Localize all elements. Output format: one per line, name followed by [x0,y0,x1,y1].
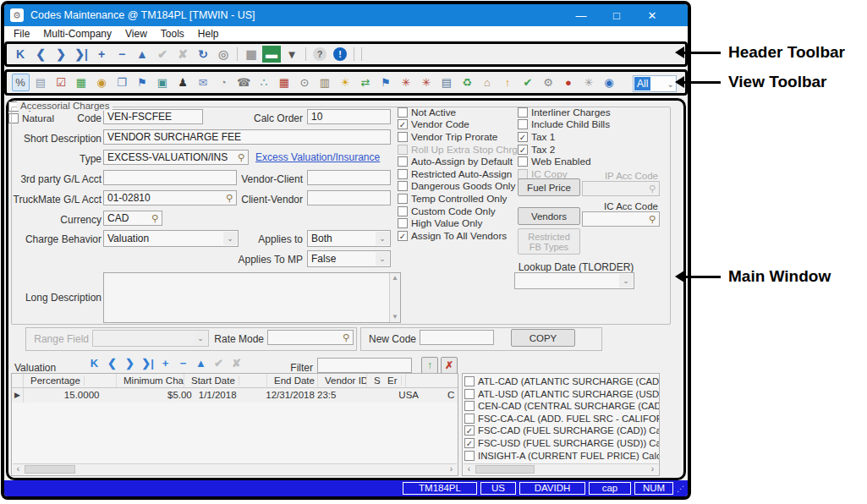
route-flag-icon[interactable]: ⚑ [377,74,395,91]
truckmate-gl-field[interactable]: 01-02810 [103,190,237,205]
cell-minimum-charge[interactable]: $5.00 [102,388,195,403]
settings-gear-icon[interactable]: ⚙ [540,74,557,91]
close-button[interactable]: ✕ [645,9,659,22]
calc-order-field[interactable]: 10 [307,109,391,124]
vendors-button[interactable]: Vendors [518,207,580,225]
phone-icon[interactable]: ☎ [235,74,253,91]
chevron-down-icon[interactable]: ⌄ [376,252,389,266]
option-checkbox[interactable]: Include Child Bills [518,119,611,131]
menu-item[interactable]: Tools [154,26,191,41]
statistics-chart-icon[interactable]: ▦ [73,74,91,91]
vehicle-icon[interactable]: ● [560,74,578,91]
cell-vendor-id[interactable] [345,388,396,403]
grid-column-header[interactable]: Start Zone [367,374,381,387]
scroll-left-icon[interactable]: ‹ [13,464,24,474]
matrix-icon[interactable]: ✳ [418,74,436,91]
last-record-icon[interactable]: ❯| [72,46,91,63]
insert-record-icon[interactable]: + [92,46,111,63]
maximize-button[interactable]: □ [610,9,623,22]
copy-check-icon[interactable]: ❐ [113,74,131,91]
code-list-item[interactable]: FSC-CA-CAL (ADD. FUEL SRC - CALIFORNIA ( [464,413,658,425]
code-list-item[interactable]: FSC-CAD (FUEL SURCHARGE (CAD)) Calc Orc [464,425,658,436]
network-icon[interactable]: ✳ [398,74,415,91]
option-checkbox[interactable]: Interliner Charges [518,107,611,118]
menu-item[interactable]: Help [191,26,226,41]
option-checkbox[interactable]: Tax 1 [518,131,611,143]
chevron-down-icon[interactable]: ⌄ [376,232,389,245]
refresh-icon[interactable]: ↻ [194,46,212,63]
rate-mode-field[interactable] [267,330,354,345]
mail-check-icon[interactable]: ✉ [195,74,212,91]
home-icon[interactable]: ⌂ [479,74,497,91]
code-field[interactable]: VEN-FSCFEE [103,109,203,124]
camera-icon[interactable]: ⊙ [296,74,314,91]
driver-icon[interactable]: ♟ [174,74,192,91]
option-checkbox[interactable]: Auto-Assign by Default [398,156,523,167]
search-binoculars-icon[interactable]: ◎ [214,46,233,63]
vertical-scrollbar[interactable]: ▲ ▼ [389,273,400,322]
option-checkbox[interactable]: Not Active [398,107,523,118]
code-list-item[interactable]: FSC-USD (FUEL SURCHARGE (USD)) Calc Ord [464,437,658,449]
menu-item[interactable]: Multi-Company [36,26,118,41]
long-description-field[interactable]: ▲ ▼ [103,272,401,323]
grid-column-header[interactable]: Vendor ID [318,374,367,387]
applies-to-combo[interactable]: Both⌄ [307,230,391,247]
scroll-down-icon[interactable]: ▼ [390,312,400,322]
funds-coins-icon[interactable]: ◉ [93,74,111,91]
next-record-icon[interactable]: ❯ [122,355,138,371]
option-checkbox[interactable]: Tax 2 [518,144,611,156]
first-record-icon[interactable]: K [86,355,102,371]
scrollbar-thumb[interactable] [25,465,75,474]
cell-end-zone[interactable]: C [444,388,458,403]
calendar-check-icon[interactable]: ▦ [276,74,294,91]
grid-column-header[interactable]: Percentage [24,374,117,387]
insert-record-icon[interactable]: + [157,355,173,371]
approve-icon[interactable]: ✔ [519,74,537,91]
cell-percentage[interactable]: 15.0000 [24,388,102,403]
audit-checklist-icon[interactable]: ☑ [52,74,70,91]
scroll-right-icon[interactable]: › [647,464,658,474]
cell-start-date[interactable]: 1/1/2018 [195,388,263,403]
funds-transfer-icon[interactable]: ⇄ [357,74,375,91]
horizontal-scrollbar[interactable]: ‹ › [13,463,457,474]
flag-icon[interactable]: ⚑ [134,74,151,91]
prior-record-icon[interactable]: ❮ [104,355,120,371]
vendor-client-field[interactable] [307,170,391,185]
code-list-item[interactable]: CEN-CAD (CENTRAL SURCHARGE (CAD)) Cal [464,400,658,412]
minimize-button[interactable]: — [574,9,588,22]
tree-up-icon[interactable]: ↑ [499,74,517,91]
grid-column-header[interactable]: Er [381,374,406,387]
lookup-icon[interactable] [646,213,658,225]
next-record-icon[interactable]: ❯ [52,46,70,63]
type-field[interactable]: EXCESS-VALUATION/INS [103,150,249,165]
lookup-date-combo[interactable]: ⌄ [514,272,634,289]
option-checkbox[interactable]: Restricted Auto-Assign [398,168,523,180]
lamp-icon[interactable]: ☀ [337,74,354,91]
routes-star-icon[interactable]: ✳ [580,74,598,91]
payables-icon[interactable]: ▣ [154,74,172,91]
option-checkbox[interactable]: High Value Only [398,217,523,229]
first-record-icon[interactable]: K [11,46,30,63]
option-checkbox[interactable]: Dangerous Goods Only [398,181,523,193]
org-chart-icon[interactable]: ∴ [255,74,273,91]
scroll-up-icon[interactable]: ▲ [390,273,400,283]
option-checkbox[interactable]: Assign To All Vendors [398,230,523,242]
sort-ascending-icon[interactable]: ↑ [421,357,438,374]
print-icon[interactable]: ▦ [242,46,261,63]
resize-grip[interactable] [677,485,685,493]
grid-column-header[interactable]: Minimum Charge [117,374,184,387]
third-party-gl-field[interactable] [103,170,237,185]
scrollbar-thumb[interactable] [475,465,535,474]
recycle-icon[interactable]: ♻ [458,74,476,91]
gauge-icon[interactable]: ◔ [215,74,233,91]
new-code-field[interactable] [420,330,494,345]
option-checkbox[interactable]: Custom Code Only [398,205,523,217]
prior-record-icon[interactable]: ❮ [31,46,50,63]
cell-end-date[interactable]: 12/31/2018 23:5 [262,388,344,403]
chevron-down-icon[interactable]: ⌄ [619,274,633,288]
document-audit-icon[interactable]: ▤ [438,74,456,91]
fuel-price-button[interactable]: Fuel Price [518,178,580,196]
lookup-icon[interactable] [235,151,247,163]
screen-select-icon[interactable]: ▬ [262,46,281,63]
lookup-icon[interactable] [340,331,352,343]
